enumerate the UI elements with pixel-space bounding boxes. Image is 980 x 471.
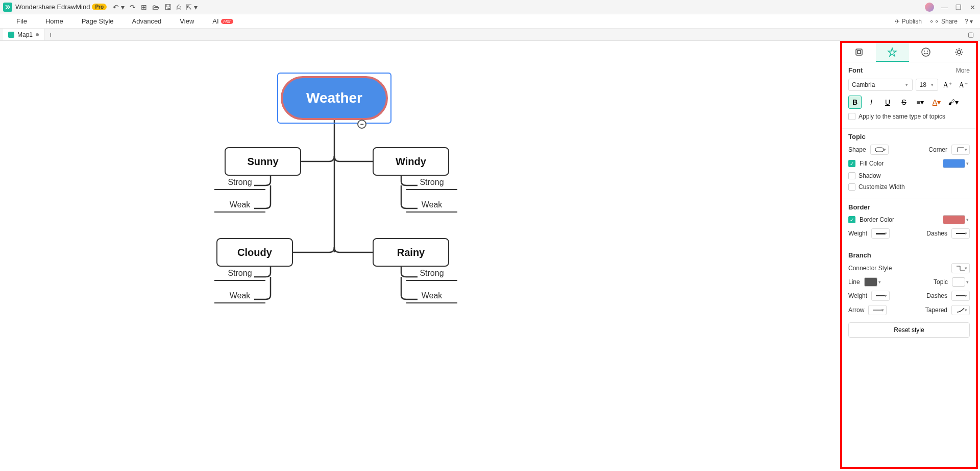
branch-line-swatch[interactable]: ▾ [864,277,882,287]
node-cloudy[interactable]: Cloudy [216,238,293,267]
shadow-checkbox[interactable] [848,172,855,179]
panel-tab-icons[interactable] [909,43,943,62]
leaf-rainy-weak[interactable]: Weak [406,291,457,303]
shadow-label: Shadow [859,172,880,179]
leaf-sunny-weak[interactable]: Weak [214,200,265,213]
font-size-select[interactable]: 18▾ [916,79,938,91]
svg-point-6 [958,51,961,54]
font-more[interactable]: More [956,67,970,74]
publish-button[interactable]: ✈ Publish [895,18,922,25]
leaf-windy-weak[interactable]: Weak [406,200,457,213]
node-sunny[interactable]: Sunny [225,147,301,176]
menubar-right: ✈ Publish ⚬⚬ Share ? ▾ [895,18,973,25]
fill-color-label: Fill Color [860,160,884,167]
leaf-cloudy-weak[interactable]: Weak [214,291,265,303]
open-icon[interactable]: 🗁 [152,3,159,11]
font-decrease-icon[interactable]: A⁻ [957,78,970,91]
border-dashes-label: Dashes [926,230,947,237]
menu-ai-label: AI [212,17,218,25]
tab-modified-dot [36,33,39,36]
menu-advanced[interactable]: Advanced [123,17,171,25]
save-icon[interactable]: 🖫 [164,3,172,11]
border-weight-select[interactable]: ▾ [871,228,890,239]
panel-toggle-icon[interactable]: ▢ [968,31,977,38]
branch-weight-label: Weight [848,292,867,299]
tab-map1[interactable]: Map1 [3,29,44,40]
fill-color-swatch[interactable]: ▾ [943,159,970,168]
share-button[interactable]: ⚬⚬ Share [929,18,958,25]
underline-button[interactable]: U [881,96,894,109]
border-dashes-select[interactable]: ▾ [951,228,970,239]
customize-width-checkbox[interactable] [848,183,855,191]
branch-topic-label: Topic [934,278,948,286]
minimize-icon[interactable]: — [941,4,948,11]
titlebar: Wondershare EdrawMind Pro ↶ ▾ ↷ ⊞ 🗁 🖫 ⎙ … [0,0,980,14]
leaf-rainy-strong[interactable]: Strong [406,269,457,281]
close-icon[interactable]: ✕ [970,4,977,11]
svg-rect-1 [856,49,862,55]
canvas[interactable]: Weather − Sunny Windy Cloudy Rainy Stron… [0,41,837,471]
node-windy[interactable]: Windy [373,147,449,176]
border-weight-label: Weight [848,230,867,237]
tab-add[interactable]: + [44,31,57,39]
branch-tapered-select[interactable]: ▾ [951,305,970,315]
leaf-windy-strong[interactable]: Strong [406,178,457,190]
corner-select[interactable]: ▾ [951,145,970,155]
leaf-sunny-strong[interactable]: Strong [214,178,265,190]
maximize-icon[interactable]: ❐ [955,4,963,11]
section-branch: Branch Connector Style ▾ Line ▾ Topic ▾ … [842,247,976,342]
leaf-cloudy-strong[interactable]: Strong [214,269,265,281]
align-button[interactable]: ≡▾ [914,96,927,109]
panel-tab-settings[interactable] [943,43,976,62]
undo-icon[interactable]: ↶ ▾ [113,3,125,11]
highlight-button[interactable]: 🖌▾ [946,96,960,109]
border-color-checkbox[interactable]: ✓ [848,216,855,223]
menu-home[interactable]: Home [36,17,72,25]
tab-icon [8,32,14,38]
branch-tapered-label: Tapered [925,307,947,314]
svg-rect-2 [857,51,861,54]
shape-select[interactable]: ▾ [870,145,889,155]
border-title: Border [848,203,870,211]
central-topic[interactable]: Weather [281,76,388,120]
collapse-icon[interactable]: − [357,120,366,129]
help-icon[interactable]: ? ▾ [965,18,973,25]
connector-style-select[interactable]: ▾ [951,263,970,273]
right-panel: Font More Cambria▾ 18▾ A⁺ A⁻ B I U S ≡▾ … [840,41,978,469]
avatar[interactable] [925,3,934,12]
reset-style-button[interactable]: Reset style [848,322,970,338]
export-icon[interactable]: ⇱ ▾ [186,3,198,11]
font-increase-icon[interactable]: A⁺ [941,78,954,91]
strikethrough-button[interactable]: S [897,96,911,109]
panel-tab-layout[interactable] [842,43,876,62]
font-color-button[interactable]: A▾ [930,96,943,109]
border-color-label: Border Color [860,216,894,223]
branch-weight-select[interactable]: ▾ [871,291,890,301]
new-icon[interactable]: ⊞ [141,3,147,11]
print-icon[interactable]: ⎙ [177,3,181,11]
menu-file[interactable]: File [7,17,36,25]
tab-label: Map1 [17,31,33,38]
branch-topic-swatch[interactable]: ▾ [952,277,970,287]
app-logo [3,3,12,12]
apply-same-checkbox[interactable] [848,113,855,120]
corner-label: Corner [928,146,947,153]
menu-ai[interactable]: AI Hot [203,17,242,25]
section-font: Font More Cambria▾ 18▾ A⁺ A⁻ B I U S ≡▾ … [842,62,976,129]
branch-line-label: Line [848,278,860,286]
menu-view[interactable]: View [170,17,203,25]
shape-label: Shape [848,146,866,153]
font-family-select[interactable]: Cambria▾ [848,79,913,91]
menu-page-style[interactable]: Page Style [72,17,123,25]
border-color-swatch[interactable]: ▾ [943,215,970,224]
panel-tab-style[interactable] [876,43,910,62]
italic-button[interactable]: I [865,96,878,109]
svg-point-5 [927,51,928,52]
branch-dashes-select[interactable]: ▾ [951,291,970,301]
branch-arrow-select[interactable]: ▾ [868,305,887,315]
font-title: Font [848,66,863,74]
bold-button[interactable]: B [848,96,862,109]
node-rainy[interactable]: Rainy [373,238,449,267]
redo-icon[interactable]: ↷ [130,3,136,11]
fill-color-checkbox[interactable]: ✓ [848,160,855,167]
